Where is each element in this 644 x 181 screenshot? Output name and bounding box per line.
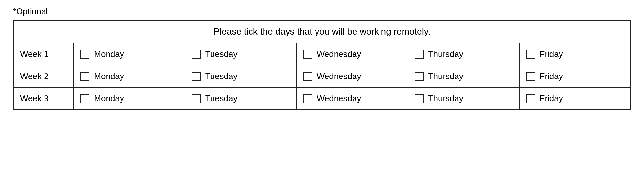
day-text-1-monday: Monday	[94, 49, 124, 59]
day-text-2-monday: Monday	[94, 71, 124, 81]
checkbox-box-3-thursday	[415, 94, 424, 103]
week-label: Week 2	[13, 65, 73, 88]
checkbox-box-3-monday	[80, 94, 89, 103]
day-cell-1-tuesday[interactable]: Tuesday	[185, 43, 296, 65]
day-cell-2-monday[interactable]: Monday	[73, 65, 185, 88]
checkbox-label-2-friday[interactable]: Friday	[526, 71, 624, 81]
day-text-2-friday: Friday	[540, 71, 563, 81]
checkbox-box-1-wednesday	[303, 50, 312, 59]
day-text-2-wednesday: Wednesday	[317, 71, 361, 81]
week-label: Week 3	[13, 88, 73, 110]
day-cell-3-wednesday[interactable]: Wednesday	[296, 88, 408, 110]
day-text-1-tuesday: Tuesday	[205, 49, 238, 59]
checkbox-label-3-thursday[interactable]: Thursday	[415, 93, 513, 104]
day-text-3-tuesday: Tuesday	[205, 93, 238, 104]
day-cell-3-tuesday[interactable]: Tuesday	[185, 88, 296, 110]
day-text-3-monday: Monday	[94, 93, 124, 104]
checkbox-label-2-tuesday[interactable]: Tuesday	[192, 71, 290, 81]
checkbox-box-2-monday	[80, 72, 89, 81]
checkbox-label-3-monday[interactable]: Monday	[80, 93, 178, 104]
day-text-2-thursday: Thursday	[428, 71, 463, 81]
header-text: Please tick the days that you will be wo…	[13, 20, 631, 43]
checkbox-label-1-monday[interactable]: Monday	[80, 49, 178, 59]
day-cell-2-friday[interactable]: Friday	[519, 65, 631, 88]
checkbox-box-2-wednesday	[303, 72, 312, 81]
day-cell-1-wednesday[interactable]: Wednesday	[296, 43, 408, 65]
checkbox-label-2-thursday[interactable]: Thursday	[415, 71, 513, 81]
schedule-table: Please tick the days that you will be wo…	[13, 20, 631, 110]
table-header-row: Please tick the days that you will be wo…	[13, 20, 631, 43]
checkbox-label-1-friday[interactable]: Friday	[526, 49, 624, 59]
checkbox-label-1-wednesday[interactable]: Wednesday	[303, 49, 401, 59]
day-text-1-wednesday: Wednesday	[317, 49, 361, 59]
checkbox-label-3-wednesday[interactable]: Wednesday	[303, 93, 401, 104]
day-cell-2-thursday[interactable]: Thursday	[408, 65, 519, 88]
checkbox-box-3-tuesday	[192, 94, 201, 103]
optional-label: *Optional	[13, 7, 631, 17]
checkbox-box-1-monday	[80, 50, 89, 59]
day-cell-3-monday[interactable]: Monday	[73, 88, 185, 110]
day-cell-3-friday[interactable]: Friday	[519, 88, 631, 110]
checkbox-label-3-friday[interactable]: Friday	[526, 93, 624, 104]
checkbox-box-1-thursday	[415, 50, 424, 59]
day-cell-1-monday[interactable]: Monday	[73, 43, 185, 65]
checkbox-label-2-wednesday[interactable]: Wednesday	[303, 71, 401, 81]
checkbox-label-1-thursday[interactable]: Thursday	[415, 49, 513, 59]
day-text-2-tuesday: Tuesday	[205, 71, 238, 81]
checkbox-box-3-wednesday	[303, 94, 312, 103]
day-cell-2-tuesday[interactable]: Tuesday	[185, 65, 296, 88]
checkbox-box-3-friday	[526, 94, 535, 103]
day-cell-3-thursday[interactable]: Thursday	[408, 88, 519, 110]
checkbox-label-3-tuesday[interactable]: Tuesday	[192, 93, 290, 104]
checkbox-box-1-tuesday	[192, 50, 201, 59]
week-label: Week 1	[13, 43, 73, 65]
table-row: Week 2MondayTuesdayWednesdayThursdayFrid…	[13, 65, 631, 88]
checkbox-box-1-friday	[526, 50, 535, 59]
day-cell-1-thursday[interactable]: Thursday	[408, 43, 519, 65]
checkbox-box-2-tuesday	[192, 72, 201, 81]
day-cell-2-wednesday[interactable]: Wednesday	[296, 65, 408, 88]
day-text-1-friday: Friday	[540, 49, 563, 59]
checkbox-box-2-thursday	[415, 72, 424, 81]
day-text-3-wednesday: Wednesday	[317, 93, 361, 104]
day-text-1-thursday: Thursday	[428, 49, 463, 59]
table-row: Week 1MondayTuesdayWednesdayThursdayFrid…	[13, 43, 631, 65]
day-text-3-thursday: Thursday	[428, 93, 463, 104]
table-row: Week 3MondayTuesdayWednesdayThursdayFrid…	[13, 88, 631, 110]
checkbox-box-2-friday	[526, 72, 535, 81]
checkbox-label-2-monday[interactable]: Monday	[80, 71, 178, 81]
day-text-3-friday: Friday	[540, 93, 563, 104]
checkbox-label-1-tuesday[interactable]: Tuesday	[192, 49, 290, 59]
day-cell-1-friday[interactable]: Friday	[519, 43, 631, 65]
